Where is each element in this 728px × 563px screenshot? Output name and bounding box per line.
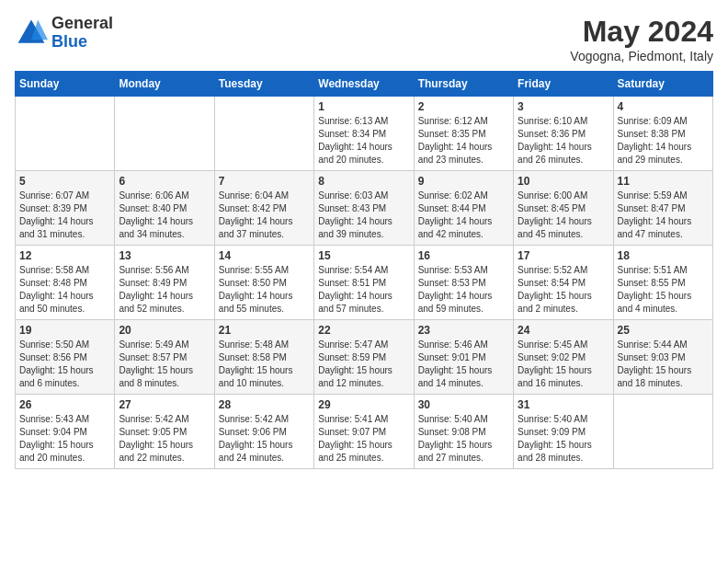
day-header-wednesday: Wednesday [314, 72, 414, 97]
day-number: 22 [318, 324, 409, 337]
day-number: 14 [219, 249, 310, 262]
day-number: 29 [318, 398, 409, 411]
day-number: 23 [418, 324, 509, 337]
empty-cell [115, 97, 214, 171]
day-cell-15: 15Sunrise: 5:54 AM Sunset: 8:51 PM Dayli… [314, 246, 414, 320]
day-number: 7 [219, 175, 310, 188]
day-cell-1: 1Sunrise: 6:13 AM Sunset: 8:34 PM Daylig… [314, 97, 414, 171]
day-number: 4 [618, 100, 709, 113]
day-info: Sunrise: 5:58 AM Sunset: 8:48 PM Dayligh… [19, 264, 110, 316]
day-number: 10 [518, 175, 609, 188]
day-cell-12: 12Sunrise: 5:58 AM Sunset: 8:48 PM Dayli… [16, 246, 115, 320]
day-number: 1 [318, 100, 409, 113]
days-of-week-row: SundayMondayTuesdayWednesdayThursdayFrid… [16, 72, 713, 97]
day-number: 18 [618, 249, 709, 262]
empty-cell [16, 97, 115, 171]
day-cell-27: 27Sunrise: 5:42 AM Sunset: 9:05 PM Dayli… [115, 395, 214, 469]
day-number: 5 [19, 175, 110, 188]
day-info: Sunrise: 5:48 AM Sunset: 8:58 PM Dayligh… [219, 339, 310, 390]
day-header-monday: Monday [115, 72, 214, 97]
calendar-title: May 2024 [570, 15, 713, 49]
day-info: Sunrise: 5:45 AM Sunset: 9:02 PM Dayligh… [518, 339, 609, 390]
day-cell-3: 3Sunrise: 6:10 AM Sunset: 8:36 PM Daylig… [514, 97, 613, 171]
day-info: Sunrise: 5:52 AM Sunset: 8:54 PM Dayligh… [518, 264, 609, 316]
week-row-3: 12Sunrise: 5:58 AM Sunset: 8:48 PM Dayli… [16, 246, 713, 320]
logo: General Blue [15, 15, 113, 52]
week-row-4: 19Sunrise: 5:50 AM Sunset: 8:56 PM Dayli… [16, 320, 713, 395]
day-cell-23: 23Sunrise: 5:46 AM Sunset: 9:01 PM Dayli… [414, 320, 513, 395]
calendar-body: 1Sunrise: 6:13 AM Sunset: 8:34 PM Daylig… [16, 97, 713, 469]
day-number: 19 [19, 324, 110, 337]
day-header-saturday: Saturday [613, 72, 712, 97]
day-cell-11: 11Sunrise: 5:59 AM Sunset: 8:47 PM Dayli… [613, 171, 712, 246]
day-cell-14: 14Sunrise: 5:55 AM Sunset: 8:50 PM Dayli… [214, 246, 313, 320]
header: General Blue May 2024 Vogogna, Piedmont,… [15, 15, 713, 63]
day-cell-24: 24Sunrise: 5:45 AM Sunset: 9:02 PM Dayli… [514, 320, 613, 395]
day-cell-18: 18Sunrise: 5:51 AM Sunset: 8:55 PM Dayli… [613, 246, 712, 320]
day-cell-16: 16Sunrise: 5:53 AM Sunset: 8:53 PM Dayli… [414, 246, 513, 320]
day-info: Sunrise: 5:41 AM Sunset: 9:07 PM Dayligh… [318, 413, 409, 465]
day-number: 30 [418, 398, 509, 411]
day-info: Sunrise: 5:42 AM Sunset: 9:06 PM Dayligh… [219, 413, 310, 465]
day-cell-17: 17Sunrise: 5:52 AM Sunset: 8:54 PM Dayli… [514, 246, 613, 320]
day-info: Sunrise: 5:47 AM Sunset: 8:59 PM Dayligh… [318, 339, 409, 390]
day-info: Sunrise: 6:12 AM Sunset: 8:35 PM Dayligh… [418, 115, 509, 167]
day-info: Sunrise: 5:56 AM Sunset: 8:49 PM Dayligh… [119, 264, 210, 316]
day-cell-30: 30Sunrise: 5:40 AM Sunset: 9:08 PM Dayli… [414, 395, 513, 469]
day-info: Sunrise: 6:03 AM Sunset: 8:43 PM Dayligh… [318, 190, 409, 241]
day-number: 28 [219, 398, 310, 411]
day-number: 31 [518, 398, 609, 411]
logo-blue: Blue [51, 33, 113, 52]
day-number: 15 [318, 249, 409, 262]
day-number: 24 [518, 324, 609, 337]
calendar-header: SundayMondayTuesdayWednesdayThursdayFrid… [16, 72, 713, 97]
day-cell-22: 22Sunrise: 5:47 AM Sunset: 8:59 PM Dayli… [314, 320, 414, 395]
empty-cell [214, 97, 313, 171]
week-row-2: 5Sunrise: 6:07 AM Sunset: 8:39 PM Daylig… [16, 171, 713, 246]
day-cell-21: 21Sunrise: 5:48 AM Sunset: 8:58 PM Dayli… [214, 320, 313, 395]
day-cell-8: 8Sunrise: 6:03 AM Sunset: 8:43 PM Daylig… [314, 171, 414, 246]
day-info: Sunrise: 5:51 AM Sunset: 8:55 PM Dayligh… [618, 264, 709, 316]
day-cell-10: 10Sunrise: 6:00 AM Sunset: 8:45 PM Dayli… [514, 171, 613, 246]
day-info: Sunrise: 6:09 AM Sunset: 8:38 PM Dayligh… [618, 115, 709, 167]
day-cell-9: 9Sunrise: 6:02 AM Sunset: 8:44 PM Daylig… [414, 171, 513, 246]
day-info: Sunrise: 5:50 AM Sunset: 8:56 PM Dayligh… [19, 339, 110, 390]
day-info: Sunrise: 6:00 AM Sunset: 8:45 PM Dayligh… [518, 190, 609, 241]
empty-cell [613, 395, 712, 469]
day-cell-31: 31Sunrise: 5:40 AM Sunset: 9:09 PM Dayli… [514, 395, 613, 469]
day-number: 9 [418, 175, 509, 188]
day-info: Sunrise: 5:59 AM Sunset: 8:47 PM Dayligh… [618, 190, 709, 241]
day-cell-25: 25Sunrise: 5:44 AM Sunset: 9:03 PM Dayli… [613, 320, 712, 395]
day-cell-26: 26Sunrise: 5:43 AM Sunset: 9:04 PM Dayli… [16, 395, 115, 469]
day-info: Sunrise: 5:40 AM Sunset: 9:09 PM Dayligh… [518, 413, 609, 465]
day-cell-4: 4Sunrise: 6:09 AM Sunset: 8:38 PM Daylig… [613, 97, 712, 171]
week-row-5: 26Sunrise: 5:43 AM Sunset: 9:04 PM Dayli… [16, 395, 713, 469]
day-number: 13 [119, 249, 210, 262]
day-number: 20 [119, 324, 210, 337]
day-info: Sunrise: 5:40 AM Sunset: 9:08 PM Dayligh… [418, 413, 509, 465]
day-cell-20: 20Sunrise: 5:49 AM Sunset: 8:57 PM Dayli… [115, 320, 214, 395]
day-info: Sunrise: 6:06 AM Sunset: 8:40 PM Dayligh… [119, 190, 210, 241]
calendar-table: SundayMondayTuesdayWednesdayThursdayFrid… [15, 71, 713, 469]
day-header-sunday: Sunday [16, 72, 115, 97]
day-number: 17 [518, 249, 609, 262]
day-number: 27 [119, 398, 210, 411]
day-number: 8 [318, 175, 409, 188]
day-info: Sunrise: 5:44 AM Sunset: 9:03 PM Dayligh… [618, 339, 709, 390]
day-number: 3 [518, 100, 609, 113]
day-header-thursday: Thursday [414, 72, 513, 97]
day-info: Sunrise: 6:13 AM Sunset: 8:34 PM Dayligh… [318, 115, 409, 167]
day-info: Sunrise: 6:02 AM Sunset: 8:44 PM Dayligh… [418, 190, 509, 241]
day-info: Sunrise: 5:46 AM Sunset: 9:01 PM Dayligh… [418, 339, 509, 390]
day-info: Sunrise: 6:04 AM Sunset: 8:42 PM Dayligh… [219, 190, 310, 241]
day-cell-19: 19Sunrise: 5:50 AM Sunset: 8:56 PM Dayli… [16, 320, 115, 395]
day-cell-13: 13Sunrise: 5:56 AM Sunset: 8:49 PM Dayli… [115, 246, 214, 320]
day-number: 25 [618, 324, 709, 337]
day-number: 16 [418, 249, 509, 262]
day-info: Sunrise: 6:07 AM Sunset: 8:39 PM Dayligh… [19, 190, 110, 241]
day-number: 26 [19, 398, 110, 411]
day-info: Sunrise: 5:43 AM Sunset: 9:04 PM Dayligh… [19, 413, 110, 465]
day-cell-5: 5Sunrise: 6:07 AM Sunset: 8:39 PM Daylig… [16, 171, 115, 246]
day-header-friday: Friday [514, 72, 613, 97]
day-number: 21 [219, 324, 310, 337]
